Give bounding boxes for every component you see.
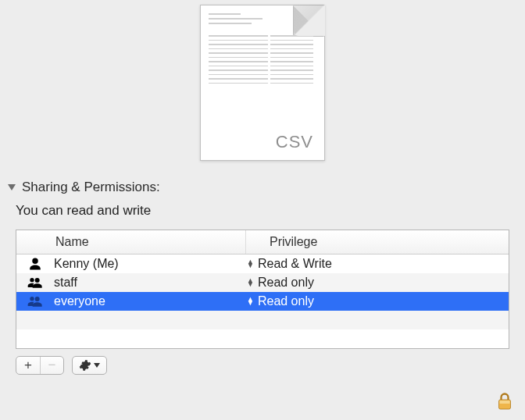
privilege-value: Read only [258,276,314,290]
column-header-name[interactable]: Name [16,230,246,254]
lock-button[interactable] [497,393,512,412]
chevron-down-icon [94,363,100,368]
lock-icon [497,393,512,410]
section-title: Sharing & Permissions: [22,180,160,195]
file-preview-area: CSV [0,0,525,172]
table-header: Name Privilege [16,230,509,254]
table-row [16,329,509,348]
permissions-table: Name Privilege Kenny (Me)▲▼Read & Writes… [16,230,509,349]
row-name: everyone [54,294,246,308]
disclosure-triangle-icon [8,184,16,190]
privilege-menu[interactable]: ▲▼Read only [247,294,509,308]
add-remove-segment: + − [16,356,64,375]
privilege-value: Read & Write [258,257,332,271]
up-down-icon: ▲▼ [247,279,254,287]
group-icon [24,295,46,308]
up-down-icon: ▲▼ [247,260,254,268]
privilege-menu[interactable]: ▲▼Read & Write [247,257,509,271]
remove-button[interactable]: − [40,357,63,374]
privilege-menu[interactable]: ▲▼Read only [247,276,509,290]
document-icon: CSV [200,5,325,161]
action-menu-button[interactable] [72,356,107,375]
row-name: staff [54,276,246,290]
sharing-permissions-header[interactable]: Sharing & Permissions: [0,172,525,201]
row-name: Kenny (Me) [54,257,246,271]
gear-icon [79,359,91,372]
permission-status: You can read and write [0,201,525,230]
table-row[interactable]: everyone▲▼Read only [16,292,509,311]
column-header-privilege[interactable]: Privilege [246,230,509,254]
person-icon [24,257,46,271]
group-icon [24,276,46,289]
table-row[interactable]: Kenny (Me)▲▼Read & Write [16,254,509,273]
table-row [16,311,509,329]
table-toolbar: + − [16,354,525,377]
document-type-badge: CSV [276,132,313,152]
table-row[interactable]: staff▲▼Read only [16,273,509,292]
add-button[interactable]: + [16,357,40,374]
up-down-icon: ▲▼ [247,297,254,305]
privilege-value: Read only [258,294,314,308]
svg-rect-1 [500,400,510,404]
